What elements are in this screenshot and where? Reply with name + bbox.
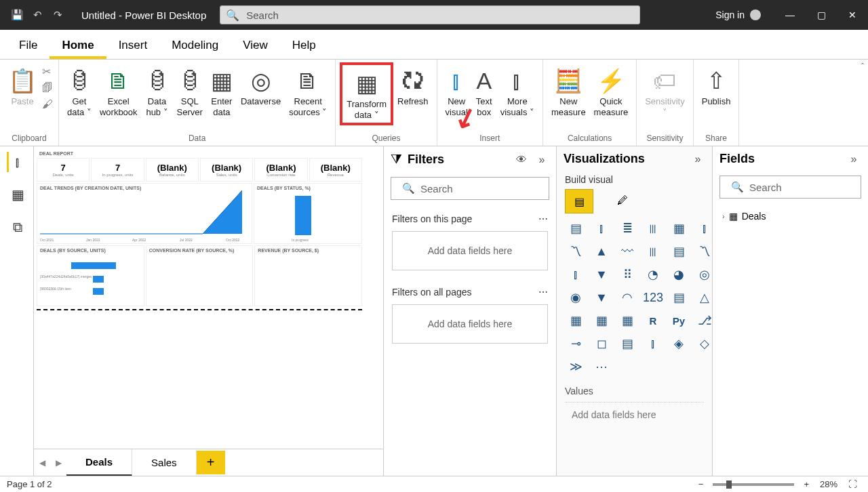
menu-insert[interactable]: Insert (106, 33, 160, 59)
redo-icon[interactable]: ↷ (47, 9, 68, 21)
menu-modeling[interactable]: Modeling (159, 33, 231, 59)
viz-type-icon[interactable]: ⫿ (591, 219, 612, 238)
viz-type-icon[interactable]: ⫿ (642, 334, 664, 353)
filters-all-pages-drop[interactable]: Add data fields here (392, 304, 548, 344)
refresh-button[interactable]: 🗘Refresh (393, 62, 433, 120)
trend-chart[interactable]: DEAL TRENDS (BY CREATION DATE, UNITS) Oc… (37, 183, 252, 244)
kpi-card[interactable]: (Blank)Sales, units (200, 158, 253, 182)
avatar[interactable] (750, 9, 761, 20)
new-visual-button[interactable]: ⫿Newvisual (441, 62, 472, 120)
collapse-pane-icon[interactable]: » (846, 153, 861, 165)
format-visual-tab[interactable]: 🖉 (608, 189, 637, 213)
add-page-button[interactable]: + (197, 451, 225, 474)
publish-button[interactable]: ⇧Publish (698, 62, 735, 120)
menu-help[interactable]: Help (280, 33, 328, 59)
format-painter-icon[interactable]: 🖌 (42, 98, 53, 110)
cut-icon[interactable]: ✂ (42, 65, 53, 78)
fit-to-page-icon[interactable]: ⛶ (844, 479, 861, 489)
viz-type-icon[interactable]: ◔ (642, 265, 664, 284)
kpi-card[interactable]: (Blank)Revenue (309, 158, 362, 182)
recent-sources-button[interactable]: 🗎Recentsources ˅ (285, 62, 331, 120)
model-view-icon[interactable]: ⧉ (7, 217, 27, 237)
enter-data-button[interactable]: ▦Enterdata (207, 62, 237, 120)
report-view-icon[interactable]: ⫿ (7, 152, 27, 172)
status-chart[interactable]: DEALS (BY STATUS, %) In progress (254, 183, 362, 244)
viz-type-icon[interactable]: ▤ (668, 242, 690, 261)
viz-type-icon[interactable]: ≫ (565, 357, 587, 376)
viz-type-icon[interactable]: ⫼ (642, 242, 664, 261)
maximize-button[interactable]: ▢ (806, 0, 837, 30)
viz-type-icon[interactable]: Py (668, 311, 690, 330)
menu-view[interactable]: View (231, 33, 280, 59)
global-search[interactable]: 🔍 Search (220, 5, 640, 24)
viz-type-icon[interactable]: 〽 (565, 242, 587, 261)
show-hide-icon[interactable]: 👁 (514, 154, 529, 166)
save-icon[interactable]: 💾 (7, 9, 27, 21)
fields-search[interactable]: 🔍 Search (719, 176, 861, 199)
more-icon[interactable]: ⋯ (538, 287, 548, 298)
viz-type-icon[interactable]: 〰 (616, 242, 638, 261)
filters-search[interactable]: 🔍 Search (391, 177, 549, 200)
data-hub-button[interactable]: 🛢Datahub ˅ (142, 62, 173, 120)
viz-type-icon[interactable]: ◈ (668, 334, 690, 353)
viz-type-icon[interactable]: ◉ (565, 288, 587, 307)
collapse-pane-icon[interactable]: » (690, 153, 705, 165)
transform-data-button[interactable]: ▦Transformdata ˅ (340, 62, 393, 125)
viz-type-icon[interactable]: ◻ (591, 334, 612, 353)
viz-type-icon[interactable]: ◠ (616, 288, 638, 307)
viz-type-icon[interactable]: ⫿ (565, 265, 587, 284)
new-measure-button[interactable]: 🧮Newmeasure (547, 62, 590, 120)
viz-type-icon[interactable]: ▦ (591, 311, 612, 330)
viz-type-icon[interactable]: ⋯ (591, 357, 612, 376)
filters-this-page-drop[interactable]: Add data fields here (392, 231, 548, 270)
dataverse-button[interactable]: ◎Dataverse (237, 62, 285, 120)
viz-type-icon[interactable]: 123 (642, 288, 664, 307)
get-data-button[interactable]: 🛢Getdata ˅ (63, 62, 96, 120)
viz-type-icon[interactable]: ⠿ (616, 265, 638, 284)
excel-workbook-button[interactable]: 🗎Excelworkbook (96, 62, 142, 120)
more-visuals-button[interactable]: ⫿Morevisuals ˅ (496, 62, 538, 120)
viz-type-icon[interactable]: R (642, 311, 664, 330)
kpi-card[interactable]: 7Deals, units (37, 158, 90, 182)
report-canvas[interactable]: DEAL REPORT 7Deals, units 7In progress, … (34, 146, 383, 449)
close-button[interactable]: ✕ (837, 0, 868, 30)
more-icon[interactable]: ⋯ (538, 213, 548, 224)
copy-icon[interactable]: 🗐 (42, 82, 53, 94)
revenue-chart[interactable]: REVENUE (BY SOURCE, $) (254, 245, 362, 306)
viz-type-icon[interactable]: ◕ (668, 265, 690, 284)
viz-type-icon[interactable]: ⫼ (642, 219, 664, 238)
viz-type-icon[interactable]: ▼ (591, 265, 612, 284)
viz-type-icon[interactable]: ▲ (591, 242, 612, 261)
kpi-card[interactable]: (Blank)Balance, units (146, 158, 199, 182)
viz-type-icon[interactable]: ≣ (616, 219, 638, 238)
viz-type-icon[interactable]: ▤ (616, 334, 638, 353)
ribbon-collapse-icon[interactable]: ˆ (738, 60, 868, 146)
viz-type-icon[interactable]: ▤ (565, 219, 587, 238)
page-tab-sales[interactable]: Sales (132, 450, 197, 475)
viz-type-icon[interactable]: ▦ (668, 219, 690, 238)
minimize-button[interactable]: — (774, 0, 806, 30)
viz-type-icon[interactable]: ▦ (565, 311, 587, 330)
page-tab-deals[interactable]: Deals (66, 449, 132, 476)
sql-server-button[interactable]: 🛢SQLServer (173, 62, 207, 120)
zoom-in-button[interactable]: + (800, 479, 813, 489)
page-prev-icon[interactable]: ◀ (34, 458, 50, 468)
text-box-button[interactable]: ATextbox (472, 62, 496, 120)
build-visual-tab[interactable]: ▤ (565, 189, 593, 213)
kpi-card[interactable]: (Blank)Conversion rate (254, 158, 307, 182)
paste-button[interactable]: 📋 Paste (4, 62, 41, 113)
deals-by-source-chart[interactable]: DEALS (BY SOURCE, UNITS) [30a447a224d24a… (37, 245, 144, 306)
quick-measure-button[interactable]: ⚡Quickmeasure (590, 62, 633, 120)
viz-type-icon[interactable]: ⊸ (565, 334, 587, 353)
values-drop[interactable]: Add data fields here (565, 402, 704, 427)
menu-file[interactable]: File (7, 33, 50, 59)
viz-type-icon[interactable]: ▼ (591, 288, 612, 307)
conversion-chart[interactable]: CONVERSION RATE (BY SOURCE, %) (146, 245, 254, 306)
collapse-pane-icon[interactable]: » (534, 154, 549, 166)
undo-icon[interactable]: ↶ (27, 9, 47, 21)
kpi-card[interactable]: 7In progress, units (91, 158, 144, 182)
menu-home[interactable]: Home (50, 33, 106, 59)
page-next-icon[interactable]: ▶ (50, 458, 66, 468)
zoom-slider[interactable] (713, 483, 794, 486)
sign-in-link[interactable]: Sign in (715, 9, 745, 20)
